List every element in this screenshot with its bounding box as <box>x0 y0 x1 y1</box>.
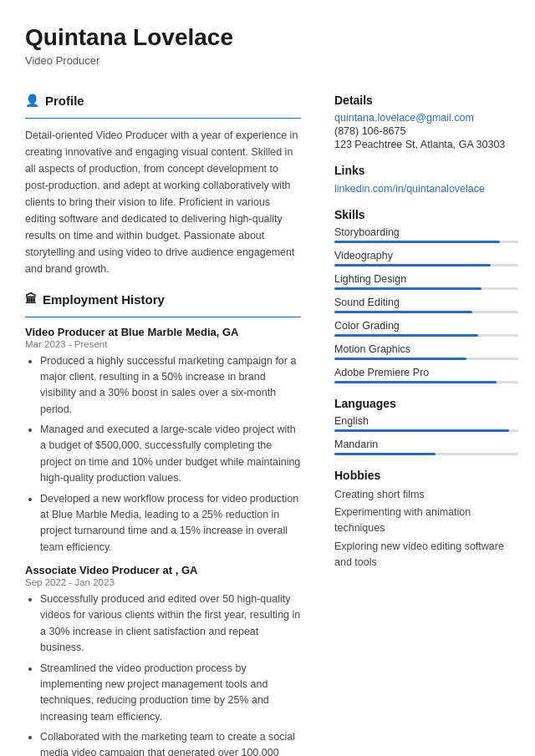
job-2: Associate Video Producer at , GA Sep 202… <box>25 564 301 756</box>
profile-section-title: 👤 Profile <box>25 94 301 111</box>
links-section: Links linkedin.com/in/quintanalovelace <box>334 164 518 195</box>
hobbies-section: Hobbies Creating short films Experimenti… <box>334 469 518 571</box>
skill-color-grading-name: Color Grading <box>334 320 518 332</box>
profile-text: Detail-oriented Video Producer with a ye… <box>25 127 301 277</box>
hobby-1: Creating short films <box>334 487 518 503</box>
skill-videography-name: Videography <box>334 250 518 261</box>
job-2-bullet-1: Successfully produced and edited over 50… <box>40 591 301 657</box>
job-1-bullets: Produced a highly successful marketing c… <box>25 353 301 556</box>
languages-section: Languages English Mandarin <box>334 397 518 455</box>
lang-mandarin: Mandarin <box>334 439 518 455</box>
lang-english-name: English <box>334 415 518 427</box>
skill-videography-bar-fill <box>334 264 491 266</box>
skill-color-grading-bar-bg <box>334 334 518 337</box>
lang-mandarin-bar-fill <box>334 453 436 455</box>
linkedin-link[interactable]: linkedin.com/in/quintanalovelace <box>334 183 485 195</box>
skill-motion-graphics-name: Motion Graphics <box>334 343 518 355</box>
job-2-bullet-3: Collaborated with the marketing team to … <box>40 729 301 756</box>
skill-sound-editing-bar-fill <box>334 311 472 313</box>
email-link[interactable]: quintana.lovelace@gmail.com <box>334 112 518 124</box>
job-1-bullet-1: Produced a highly successful marketing c… <box>40 353 301 419</box>
hobbies-title: Hobbies <box>334 469 518 482</box>
skill-sound-editing-name: Sound Editing <box>334 297 518 308</box>
lang-mandarin-name: Mandarin <box>334 439 518 450</box>
job-1-bullet-2: Managed and executed a large-scale video… <box>40 422 301 487</box>
job-2-date: Sep 2022 - Jan 2023 <box>25 577 301 587</box>
skills-title: Skills <box>334 208 518 221</box>
skill-storyboarding: Storyboarding <box>334 226 518 243</box>
skill-lighting-design-name: Lighting Design <box>334 273 518 285</box>
skill-sound-editing: Sound Editing <box>334 297 518 313</box>
profile-section: 👤 Profile Detail-oriented Video Producer… <box>25 94 301 277</box>
lang-english-bar-fill <box>334 429 509 432</box>
employment-section-title: 🏛 Employment History <box>25 292 301 310</box>
skill-storyboarding-bar-bg <box>334 241 518 243</box>
phone-number: (878) 106-8675 <box>334 125 518 137</box>
skill-motion-graphics-bar-bg <box>334 358 518 360</box>
job-2-bullets: Successfully produced and edited over 50… <box>25 591 301 756</box>
languages-title: Languages <box>334 397 518 410</box>
candidate-title: Video Producer <box>25 54 510 67</box>
job-1-title: Video Producer at Blue Marble Media, GA <box>25 326 301 338</box>
skill-lighting-design-bar-bg <box>334 287 518 290</box>
header: Quintana Lovelace Video Producer <box>0 0 535 80</box>
page: Quintana Lovelace Video Producer 👤 Profi… <box>0 0 535 756</box>
skill-motion-graphics-bar-fill <box>334 358 466 360</box>
skill-sound-editing-bar-bg <box>334 311 518 313</box>
skill-adobe-premiere-bar-bg <box>334 381 518 383</box>
employment-section: 🏛 Employment History Video Producer at B… <box>25 292 301 756</box>
hobby-3: Exploring new video editing software and… <box>334 539 518 571</box>
skill-lighting-design-bar-fill <box>334 287 482 290</box>
job-1-bullet-3: Developed a new workflow process for vid… <box>40 491 301 556</box>
job-2-bullet-2: Streamlined the video production process… <box>40 661 301 726</box>
skill-videography: Videography <box>334 250 518 266</box>
skill-lighting-design: Lighting Design <box>334 273 518 290</box>
hobby-2: Experimenting with animation techniques <box>334 505 518 536</box>
job-2-title: Associate Video Producer at , GA <box>25 564 301 576</box>
skill-adobe-premiere: Adobe Premiere Pro <box>334 367 518 383</box>
job-1-date: Mar 2023 - Present <box>25 339 301 349</box>
details-title: Details <box>334 94 518 107</box>
candidate-name: Quintana Lovelace <box>25 23 510 52</box>
skill-adobe-premiere-name: Adobe Premiere Pro <box>334 367 518 378</box>
lang-english-bar-bg <box>334 429 518 432</box>
skill-storyboarding-name: Storyboarding <box>334 226 518 238</box>
details-section: Details quintana.lovelace@gmail.com (878… <box>334 94 518 150</box>
address: 123 Peachtree St, Atlanta, GA 30303 <box>334 139 518 150</box>
skill-videography-bar-bg <box>334 264 518 266</box>
lang-mandarin-bar-bg <box>334 453 518 455</box>
links-title: Links <box>334 164 518 177</box>
skill-storyboarding-bar-fill <box>334 241 500 243</box>
employment-icon: 🏛 <box>25 292 37 306</box>
job-1: Video Producer at Blue Marble Media, GA … <box>25 326 301 556</box>
skill-adobe-premiere-bar-fill <box>334 381 497 383</box>
employment-divider <box>25 317 301 317</box>
profile-divider <box>25 118 301 119</box>
lang-english: English <box>334 415 518 432</box>
skill-motion-graphics: Motion Graphics <box>334 343 518 360</box>
left-column: 👤 Profile Detail-oriented Video Producer… <box>0 80 326 756</box>
skill-color-grading: Color Grading <box>334 320 518 337</box>
skills-section: Skills Storyboarding Videography Lightin… <box>334 208 518 383</box>
right-column: Details quintana.lovelace@gmail.com (878… <box>326 80 535 756</box>
profile-icon: 👤 <box>25 94 39 107</box>
skill-color-grading-bar-fill <box>334 334 478 337</box>
content-area: 👤 Profile Detail-oriented Video Producer… <box>0 80 535 756</box>
